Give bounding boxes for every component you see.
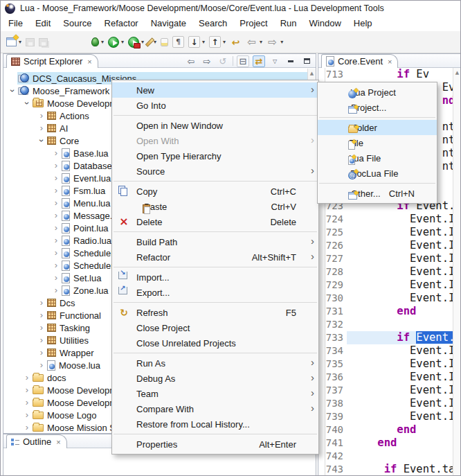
back-dropdown[interactable]: ▾ bbox=[260, 39, 262, 45]
close-icon[interactable] bbox=[87, 58, 91, 66]
chevron-right-icon[interactable] bbox=[51, 173, 61, 183]
menu-item-refactor[interactable]: RefactorAlt+Shift+T› bbox=[112, 249, 318, 265]
menu-item-source[interactable]: Source› bbox=[112, 164, 318, 179]
chevron-right-icon[interactable] bbox=[51, 198, 61, 208]
chevron-right-icon[interactable] bbox=[51, 223, 61, 233]
chevron-right-icon[interactable] bbox=[51, 261, 61, 270]
menu-item-paste[interactable]: PasteCtrl+V bbox=[112, 199, 318, 214]
chevron-right-icon[interactable] bbox=[22, 398, 32, 407]
menu-refactor[interactable]: Refactor bbox=[98, 16, 145, 31]
chevron-down-icon[interactable] bbox=[22, 98, 32, 108]
chevron-right-icon[interactable] bbox=[22, 423, 32, 432]
menu-item-build-path[interactable]: Build Path› bbox=[112, 234, 318, 249]
up-button[interactable]: ↺ bbox=[217, 55, 229, 67]
run-dropdown[interactable]: ▾ bbox=[121, 39, 124, 45]
chevron-right-icon[interactable] bbox=[51, 248, 61, 258]
tab-outline[interactable]: Outline bbox=[6, 434, 67, 448]
tab-core-event[interactable]: Core.Event bbox=[321, 54, 398, 68]
menu-item-open-in-new-window[interactable]: Open in New Window bbox=[112, 118, 318, 133]
menu-item-file[interactable]: File bbox=[318, 135, 437, 150]
menu-item-debug-as[interactable]: Debug As› bbox=[112, 371, 318, 386]
chevron-right-icon[interactable] bbox=[37, 123, 46, 133]
forward-button[interactable]: ▾ bbox=[265, 34, 284, 51]
next-annotation-dropdown[interactable]: ▾ bbox=[202, 39, 205, 45]
menu-item-other[interactable]: Other...Ctrl+N bbox=[318, 186, 437, 201]
menu-project[interactable]: Project bbox=[233, 16, 273, 31]
menu-navigate[interactable]: Navigate bbox=[145, 16, 192, 31]
chevron-right-icon[interactable] bbox=[37, 111, 46, 121]
chevron-right-icon[interactable] bbox=[51, 285, 61, 295]
chevron-right-icon[interactable] bbox=[22, 385, 32, 395]
menu-file[interactable]: File bbox=[2, 16, 29, 31]
new-wizard-dropdown[interactable]: ▾ bbox=[19, 39, 21, 45]
menu-item-lua-project[interactable]: Lua Project bbox=[318, 85, 437, 100]
collapse-all-button[interactable]: ⊟ bbox=[237, 55, 249, 67]
back-button[interactable]: ▾ bbox=[244, 34, 264, 51]
prev-annotation-button[interactable]: ▾ bbox=[208, 34, 227, 51]
menu-item-go-into[interactable]: Go Into bbox=[112, 98, 318, 113]
next-annotation-button[interactable]: ▾ bbox=[187, 34, 206, 51]
chevron-right-icon[interactable] bbox=[37, 298, 46, 308]
menu-item-open-with[interactable]: Open With› bbox=[112, 133, 318, 148]
debug-button[interactable]: ▾ bbox=[90, 34, 105, 51]
minimize-button[interactable] bbox=[284, 55, 297, 67]
profile-button[interactable]: ▾ bbox=[127, 34, 145, 51]
menu-item-new[interactable]: New› bbox=[112, 82, 318, 98]
link-with-editor-button[interactable]: ⇄ bbox=[253, 55, 265, 67]
highlighter-button[interactable]: ▾ bbox=[147, 34, 158, 51]
save-all-button[interactable] bbox=[37, 34, 49, 51]
chevron-right-icon[interactable] bbox=[37, 360, 46, 370]
menu-item-close-project[interactable]: Close Project bbox=[112, 320, 318, 335]
menu-item-project[interactable]: Project... bbox=[318, 100, 437, 115]
mark-occurrences-button[interactable] bbox=[159, 34, 170, 51]
forward-dropdown[interactable]: ▾ bbox=[280, 39, 283, 45]
menu-item-restore-from-local-history[interactable]: Restore from Local History... bbox=[112, 416, 318, 432]
menu-item-compare-with[interactable]: Compare With› bbox=[112, 401, 318, 416]
menu-item-properties[interactable]: PropertiesAlt+Enter bbox=[112, 437, 318, 452]
menu-item-doclua-file[interactable]: DocLua File bbox=[318, 166, 437, 181]
chevron-right-icon[interactable] bbox=[22, 373, 32, 382]
chevron-down-icon[interactable] bbox=[8, 86, 17, 96]
chevron-right-icon[interactable] bbox=[37, 310, 46, 320]
chevron-right-icon[interactable] bbox=[37, 323, 46, 333]
chevron-right-icon[interactable] bbox=[51, 273, 61, 283]
menu-help[interactable]: Help bbox=[347, 16, 379, 31]
menu-item-close-unrelated-projects[interactable]: Close Unrelated Projects bbox=[112, 335, 318, 351]
chevron-right-icon[interactable] bbox=[37, 348, 46, 358]
last-edit-location-button[interactable] bbox=[228, 34, 243, 51]
menu-item-folder[interactable]: Folder bbox=[318, 120, 437, 135]
menu-search[interactable]: Search bbox=[192, 16, 233, 31]
chevron-right-icon[interactable] bbox=[22, 410, 32, 420]
profile-dropdown[interactable]: ▾ bbox=[141, 39, 144, 45]
run-button[interactable]: ▾ bbox=[107, 34, 125, 51]
menu-edit[interactable]: Edit bbox=[29, 16, 57, 31]
chevron-right-icon[interactable] bbox=[37, 335, 46, 345]
forward-button[interactable]: ⇨ bbox=[201, 55, 213, 67]
view-menu-button[interactable]: ▽ bbox=[269, 55, 281, 67]
menu-item-copy[interactable]: CopyCtrl+C bbox=[112, 184, 318, 199]
show-whitespace-button[interactable] bbox=[171, 34, 186, 51]
menu-item-lua-file[interactable]: Lua File bbox=[318, 150, 437, 166]
maximize-button[interactable] bbox=[300, 55, 313, 67]
menu-source[interactable]: Source bbox=[57, 16, 98, 31]
menu-item-refresh[interactable]: RefreshF5 bbox=[112, 305, 318, 320]
tab-script-explorer[interactable]: Script Explorer bbox=[6, 54, 98, 68]
menu-item-import[interactable]: Import... bbox=[112, 270, 318, 285]
menu-item-run-as[interactable]: Run As› bbox=[112, 355, 318, 371]
chevron-down-icon[interactable] bbox=[37, 136, 46, 146]
chevron-right-icon[interactable] bbox=[51, 161, 61, 170]
new-wizard-button[interactable]: ▾ bbox=[5, 34, 23, 51]
debug-dropdown[interactable]: ▾ bbox=[101, 39, 104, 45]
menu-item-team[interactable]: Team› bbox=[112, 386, 318, 401]
menu-item-open-type-hierarchy[interactable]: Open Type Hierarchy bbox=[112, 148, 318, 164]
chevron-right-icon[interactable] bbox=[51, 148, 61, 158]
menu-run[interactable]: Run bbox=[274, 16, 303, 31]
back-button[interactable]: ⇦ bbox=[185, 55, 197, 67]
menu-window[interactable]: Window bbox=[303, 16, 347, 31]
menu-item-export[interactable]: Export... bbox=[112, 285, 318, 300]
editor-scrollbar[interactable] bbox=[453, 68, 461, 475]
chevron-right-icon[interactable] bbox=[51, 236, 61, 245]
close-icon[interactable] bbox=[56, 438, 60, 446]
menu-item-delete[interactable]: ×DeleteDelete bbox=[112, 214, 318, 229]
close-icon[interactable] bbox=[388, 58, 392, 66]
